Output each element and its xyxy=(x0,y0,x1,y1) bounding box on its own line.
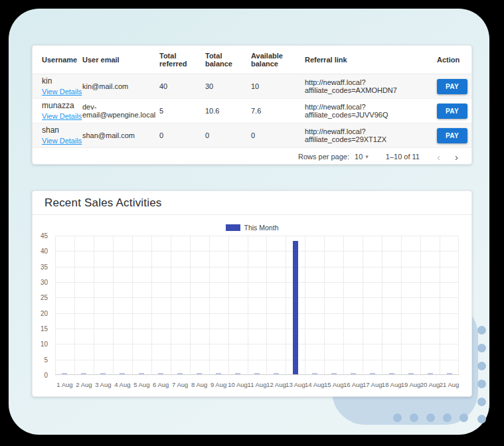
chevron-down-icon: ▾ xyxy=(365,153,369,160)
total-referred-cell: 5 xyxy=(159,107,205,115)
rows-per-page-label: Rows per page: xyxy=(298,153,349,161)
username-text: shan xyxy=(42,125,82,135)
legend-swatch xyxy=(226,224,240,231)
x-tick-label: 9 Aug xyxy=(210,381,226,388)
chart-title: Recent Sales Activities xyxy=(33,191,471,215)
username-text: munazza xyxy=(42,100,82,111)
x-tick-label: 15 Aug xyxy=(324,381,344,388)
pay-button[interactable]: PAY xyxy=(437,79,467,94)
column-header-available-balance: Available balance xyxy=(251,52,305,68)
x-tick-label: 17 Aug xyxy=(363,381,382,388)
v-gridline xyxy=(190,236,191,375)
rows-per-page-select[interactable]: 10 ▾ xyxy=(355,153,369,161)
v-gridline xyxy=(266,236,267,375)
referral-link-cell: http://newaff.local?affiliate_codes=29XT… xyxy=(305,127,437,143)
username-cell: munazza View Details xyxy=(42,100,82,121)
v-gridline xyxy=(420,236,421,375)
decorative-dot xyxy=(477,398,486,406)
v-gridline xyxy=(171,236,171,375)
h-gridline xyxy=(55,313,459,314)
h-gridline xyxy=(55,251,459,252)
total-balance-cell: 10.6 xyxy=(205,107,251,115)
decorative-dot xyxy=(426,413,435,422)
v-gridline xyxy=(228,236,229,375)
action-cell: PAY xyxy=(437,104,471,119)
total-referred-cell: 0 xyxy=(159,131,205,139)
v-gridline xyxy=(401,236,402,375)
x-axis: 1 Aug2 Aug3 Aug4 Aug5 Aug6 Aug7 Aug8 Aug… xyxy=(55,379,459,388)
y-tick-label: 20 xyxy=(33,310,48,317)
decorative-dot xyxy=(477,380,486,388)
y-tick-label: 15 xyxy=(33,325,48,333)
v-gridline xyxy=(94,236,94,375)
x-tick-label: 2 Aug xyxy=(76,381,92,388)
username-text: kin xyxy=(42,76,82,86)
username-cell: kin View Details xyxy=(42,76,82,96)
available-balance-cell: 0 xyxy=(251,131,305,139)
bar xyxy=(293,241,298,374)
decorative-dot xyxy=(477,326,486,334)
v-gridline xyxy=(458,236,459,375)
x-tick-label: 11 Aug xyxy=(248,381,267,388)
h-gridline xyxy=(55,297,459,298)
action-cell: PAY xyxy=(437,128,471,143)
affiliates-table-card: Username User email Total referred Total… xyxy=(32,45,472,165)
x-tick-label: 10 Aug xyxy=(228,381,248,388)
decorative-dot xyxy=(410,413,418,422)
view-details-link[interactable]: View Details xyxy=(42,136,82,146)
decorative-dot xyxy=(477,362,486,370)
user-email-cell: shan@mail.com xyxy=(82,131,159,139)
h-gridline xyxy=(55,344,459,344)
v-gridline xyxy=(151,236,152,375)
action-cell: PAY xyxy=(437,79,471,94)
view-details-link[interactable]: View Details xyxy=(42,112,82,121)
x-tick-label: 19 Aug xyxy=(401,381,421,388)
x-tick-label: 13 Aug xyxy=(286,381,305,388)
column-header-username: Username xyxy=(42,56,82,64)
available-balance-cell: 7.6 xyxy=(251,107,305,115)
column-header-action: Action xyxy=(437,56,471,64)
v-gridline xyxy=(55,236,56,375)
decorative-dot xyxy=(460,413,468,422)
pay-button[interactable]: PAY xyxy=(437,128,467,143)
referral-link-cell: http://newaff.local?affiliate_codes=AXMO… xyxy=(305,78,437,94)
y-tick-label: 30 xyxy=(33,279,48,286)
column-header-total-balance: Total balance xyxy=(205,52,251,68)
pay-button[interactable]: PAY xyxy=(437,104,467,119)
x-tick-label: 5 Aug xyxy=(133,381,149,388)
x-tick-label: 20 Aug xyxy=(420,381,440,388)
x-tick-label: 12 Aug xyxy=(266,381,286,388)
table-row: kin View Details kin@mail.com 40 30 10 h… xyxy=(33,74,471,99)
x-tick-label: 21 Aug xyxy=(440,381,460,388)
table-row: munazza View Details dev-email@wpengine.… xyxy=(33,99,471,123)
x-tick-label: 4 Aug xyxy=(114,381,130,388)
rows-per-page-value: 10 xyxy=(355,153,363,161)
referral-link-cell: http://newaff.local?affiliate_codes=JUVV… xyxy=(305,103,437,119)
previous-page-button[interactable]: ‹ xyxy=(434,152,443,162)
x-tick-label: 7 Aug xyxy=(172,381,188,388)
total-balance-cell: 0 xyxy=(205,131,251,139)
page: { "table": { "headers": ["Username", "Us… xyxy=(0,0,504,446)
v-gridline xyxy=(324,236,325,375)
y-tick-label: 35 xyxy=(33,263,48,271)
h-gridline xyxy=(55,236,459,236)
v-gridline xyxy=(113,236,114,375)
x-tick-label: 8 Aug xyxy=(191,381,207,388)
user-email-cell: kin@mail.com xyxy=(82,82,159,90)
x-axis-line xyxy=(55,374,459,375)
v-gridline xyxy=(132,236,133,375)
h-gridline xyxy=(55,282,459,283)
pagination-range-label: 1–10 of 11 xyxy=(386,153,420,161)
x-tick-label: 1 Aug xyxy=(56,381,72,388)
available-balance-cell: 10 xyxy=(251,82,305,90)
v-gridline xyxy=(209,236,210,375)
next-page-button[interactable]: › xyxy=(452,152,461,162)
v-gridline xyxy=(382,236,382,375)
total-balance-cell: 30 xyxy=(205,82,251,90)
column-header-referral-link: Referral link xyxy=(305,56,437,64)
decorative-dot xyxy=(477,344,486,352)
decorative-dot xyxy=(477,415,486,423)
legend-label: This Month xyxy=(244,224,279,232)
user-email-cell: dev-email@wpengine.local xyxy=(82,103,159,119)
view-details-link[interactable]: View Details xyxy=(42,87,82,97)
